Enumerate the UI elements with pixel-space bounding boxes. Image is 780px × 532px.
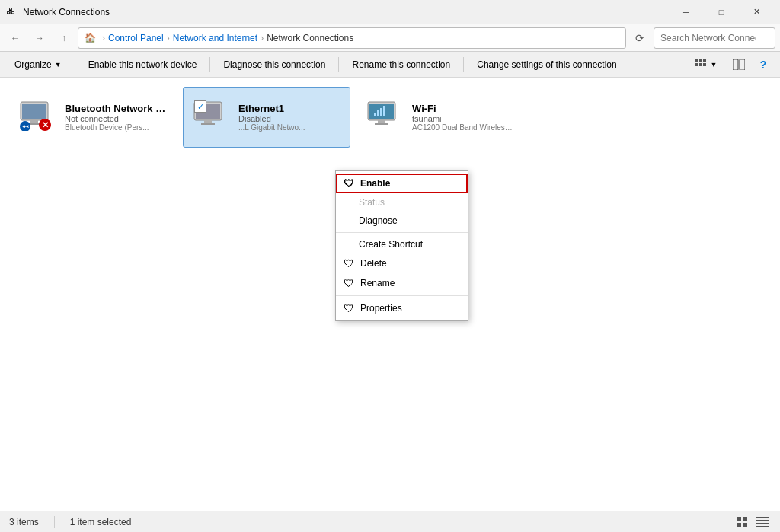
svg-rect-4 bbox=[699, 63, 702, 66]
svg-text:⬷: ⬷ bbox=[22, 123, 29, 131]
svg-rect-3 bbox=[695, 63, 698, 66]
back-button[interactable]: ← bbox=[5, 27, 26, 49]
ethernet-desc: ...L Gigabit Netwo... bbox=[238, 123, 342, 132]
ethernet-icon-wrap: ✓ bbox=[191, 97, 231, 137]
toolbar: Organize ▼ Enable this network device Di… bbox=[0, 52, 780, 78]
svg-rect-30 bbox=[737, 523, 741, 527]
content-area: ✕ ⬷ Bluetooth Network Connection Not con… bbox=[0, 78, 780, 511]
minimize-button[interactable]: ─ bbox=[669, 0, 704, 24]
context-menu-delete[interactable]: 🛡 Delete bbox=[336, 253, 468, 273]
view-dropdown-icon: ▼ bbox=[711, 61, 718, 68]
wifi-desc: AC1200 Dual Band Wireless U... bbox=[412, 123, 516, 132]
change-settings-button[interactable]: Change settings of this connection bbox=[468, 55, 625, 75]
svg-rect-29 bbox=[743, 517, 747, 521]
context-menu-diagnose[interactable]: Diagnose bbox=[336, 212, 468, 230]
maximize-button[interactable]: □ bbox=[704, 0, 739, 24]
bluetooth-icon-wrap: ✕ ⬷ bbox=[18, 97, 57, 137]
app-icon: 🖧 bbox=[6, 6, 18, 18]
wifi-item-wrap: Wi-Fi tsunami AC1200 Dual Band Wireless … bbox=[356, 87, 524, 148]
svg-rect-32 bbox=[756, 517, 769, 518]
toolbar-separator-2 bbox=[209, 57, 210, 72]
svg-rect-5 bbox=[703, 63, 706, 66]
delete-label: Delete bbox=[360, 258, 387, 269]
address-bar: ← → ↑ 🏠 › Control Panel › Network and In… bbox=[0, 24, 780, 52]
bluetooth-net-info: Bluetooth Network Connection Not connect… bbox=[65, 103, 168, 132]
ethernet-checkbox: ✓ bbox=[194, 100, 206, 113]
search-input[interactable] bbox=[654, 27, 775, 49]
refresh-button[interactable]: ⟳ bbox=[629, 27, 651, 49]
delete-shield-icon: 🛡 bbox=[344, 257, 354, 269]
breadcrumb-current: Network Connections bbox=[267, 33, 353, 43]
organize-dropdown-icon: ▼ bbox=[55, 61, 62, 68]
status-label: Status bbox=[359, 197, 385, 208]
svg-rect-24 bbox=[374, 113, 376, 116]
wifi-adapter-icon bbox=[365, 97, 398, 131]
rename-shield-icon: 🛡 bbox=[344, 277, 354, 289]
ethernet-name: Ethernet1 bbox=[238, 103, 342, 114]
context-menu: 🛡 Enable Status Diagnose Create Shortcut… bbox=[335, 170, 468, 321]
svg-rect-27 bbox=[383, 106, 385, 116]
ethernet-net-info: Ethernet1 Disabled ...L Gigabit Netwo... bbox=[238, 103, 342, 132]
context-menu-properties[interactable]: 🛡 Properties bbox=[336, 298, 468, 318]
svg-rect-34 bbox=[756, 523, 769, 524]
bluetooth-network-item[interactable]: ✕ ⬷ Bluetooth Network Connection Not con… bbox=[9, 87, 177, 148]
rename-connection-button[interactable]: Rename this connection bbox=[344, 55, 459, 75]
svg-rect-23 bbox=[375, 123, 388, 125]
svg-rect-28 bbox=[737, 517, 741, 521]
wifi-network-item[interactable]: Wi-Fi tsunami AC1200 Dual Band Wireless … bbox=[356, 87, 524, 148]
breadcrumb-home-icon: 🏠 bbox=[85, 33, 96, 43]
bluetooth-status: Not connected bbox=[65, 114, 168, 123]
status-separator bbox=[54, 516, 55, 528]
svg-rect-0 bbox=[695, 59, 698, 62]
status-view-controls bbox=[734, 514, 771, 530]
svg-rect-22 bbox=[378, 120, 385, 123]
svg-rect-10 bbox=[30, 120, 38, 123]
svg-rect-26 bbox=[380, 108, 382, 116]
create-shortcut-label: Create Shortcut bbox=[359, 239, 423, 250]
bluetooth-name: Bluetooth Network Connection bbox=[65, 103, 168, 114]
enable-network-device-button[interactable]: Enable this network device bbox=[80, 55, 206, 75]
breadcrumb-network-internet[interactable]: Network and Internet bbox=[173, 33, 257, 43]
svg-rect-19 bbox=[201, 123, 215, 125]
properties-label: Properties bbox=[360, 303, 402, 314]
item-count: 3 items bbox=[9, 517, 39, 527]
status-bar: 3 items 1 item selected bbox=[0, 511, 780, 532]
toolbar-separator-4 bbox=[463, 57, 464, 72]
diagnose-connection-button[interactable]: Diagnose this connection bbox=[215, 55, 334, 75]
help-button[interactable]: ? bbox=[753, 55, 774, 75]
properties-shield-icon: 🛡 bbox=[344, 302, 354, 314]
ethernet-item-wrap: ✓ Ethernet1 Disabled ...L Gigabit Netwo.… bbox=[183, 87, 350, 148]
context-menu-sep-2 bbox=[336, 295, 468, 296]
forward-button[interactable]: → bbox=[29, 27, 50, 49]
window-title: Network Connections bbox=[23, 7, 669, 18]
large-icons-view-btn[interactable] bbox=[734, 514, 751, 530]
view-options-button[interactable]: ▼ bbox=[687, 55, 725, 75]
ethernet-network-item[interactable]: ✓ Ethernet1 Disabled ...L Gigabit Netwo.… bbox=[183, 87, 350, 148]
ethernet-status: Disabled bbox=[238, 114, 342, 123]
title-bar: 🖧 Network Connections ─ □ ✕ bbox=[0, 0, 780, 24]
selected-count: 1 item selected bbox=[70, 517, 132, 527]
svg-rect-33 bbox=[756, 520, 769, 521]
context-menu-status[interactable]: Status bbox=[336, 193, 468, 212]
rename-label: Rename bbox=[360, 278, 395, 288]
details-pane-button[interactable] bbox=[728, 55, 750, 75]
up-button[interactable]: ↑ bbox=[53, 27, 75, 49]
context-menu-rename[interactable]: 🛡 Rename bbox=[336, 273, 468, 293]
svg-rect-25 bbox=[377, 110, 379, 116]
close-button[interactable]: ✕ bbox=[739, 0, 774, 24]
context-menu-sep-1 bbox=[336, 232, 468, 233]
breadcrumb-control-panel[interactable]: Control Panel bbox=[108, 33, 164, 43]
details-view-btn[interactable] bbox=[754, 514, 771, 530]
bluetooth-desc: Bluetooth Device (Pers... bbox=[65, 123, 168, 132]
svg-rect-1 bbox=[699, 59, 702, 62]
toolbar-separator-1 bbox=[75, 57, 75, 72]
wifi-icon-wrap bbox=[365, 97, 404, 137]
context-menu-enable[interactable]: 🛡 Enable bbox=[336, 174, 468, 193]
context-menu-create-shortcut[interactable]: Create Shortcut bbox=[336, 235, 468, 253]
organize-button[interactable]: Organize ▼ bbox=[6, 55, 70, 75]
toolbar-separator-3 bbox=[338, 57, 339, 72]
network-adapter-icon: ✕ ⬷ bbox=[18, 97, 51, 131]
wifi-status: tsunami bbox=[412, 114, 516, 123]
wifi-name: Wi-Fi bbox=[412, 103, 516, 114]
window-controls: ─ □ ✕ bbox=[669, 0, 774, 24]
